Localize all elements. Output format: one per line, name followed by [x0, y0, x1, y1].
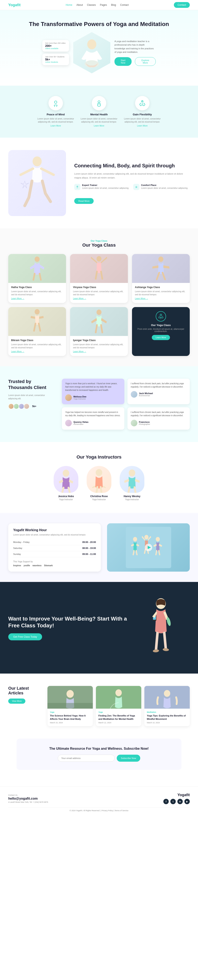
- newsletter-subscribe-button[interactable]: Subscribe Now: [117, 755, 140, 762]
- hero-card-videos: Get more than 200 video 200+ videos avai…: [42, 40, 69, 52]
- hours-row-saturday: Saturday 08:00 - 19:00: [13, 545, 96, 551]
- svg-point-9: [97, 256, 101, 261]
- explore-more-button[interactable]: Explore More: [135, 57, 156, 66]
- svg-point-30: [67, 690, 74, 698]
- testimonial-3: Yoga has helped me become more mindful a…: [62, 407, 124, 430]
- about-feature-trainer-text: Expert Trainer Lorem ipsum dolor sit ame…: [82, 184, 129, 194]
- about-feature-comfort: Comfort Place Lorem ipsum dolor sit amet…: [133, 184, 188, 194]
- nav-blog[interactable]: Blog: [111, 3, 116, 6]
- promo-desc: Proin enim ante, tincidunt vel ipsum at,…: [136, 328, 185, 332]
- svg-point-18: [133, 537, 137, 541]
- nav-contact[interactable]: Contact: [120, 3, 129, 6]
- hero-card-students: Join Over 5k+ Students 5k+ Active Studen…: [42, 54, 69, 65]
- hero-buttons: Start Now Explore More: [114, 57, 156, 66]
- nav-pages[interactable]: Pages: [100, 3, 107, 6]
- instructors-title: Our Yoga Instructors: [8, 454, 190, 460]
- bikram-title: Bikram Yoga Class: [11, 339, 63, 342]
- testimonial-2: I suffered from chronic back pain, but a…: [127, 379, 190, 404]
- about-image: [8, 150, 66, 216]
- iyengar-link[interactable]: Learn More →: [73, 350, 86, 353]
- newsletter-email-input[interactable]: [58, 755, 115, 762]
- newsletter-wrapper: The Ultimate Resource For Yoga and Welln…: [0, 738, 198, 786]
- testimonial-2-text: I suffered from chronic back pain, but a…: [131, 382, 187, 388]
- trainer-icon-svg: [76, 185, 79, 189]
- vinyasa-link[interactable]: Learn More →: [73, 298, 86, 300]
- blog-articles: Yoga The Science Behind Yoga: How It Aff…: [48, 686, 190, 726]
- svg-point-20: [156, 537, 160, 541]
- about-section: Connecting Mind, Body, and Spirit throug…: [0, 138, 198, 228]
- iyengar-body: Iyengar Yoga Class Lorem ipsum dolor sit…: [70, 336, 128, 356]
- testimonial-3-info: Queeny Helas Homemaker: [73, 421, 89, 425]
- hatha-person-svg: [25, 255, 49, 282]
- hero-person-svg: [75, 32, 108, 73]
- feature-peace-link[interactable]: Learn More: [50, 125, 61, 127]
- hours-saturday-time: 08:00 - 19:00: [82, 547, 96, 549]
- classes-grid-top: Hatha Yoga Class Lorem ipsum dolor sit a…: [8, 254, 190, 303]
- features-section: Peace of Mind Lorem ipsum dolor sit amet…: [0, 86, 198, 138]
- hatha-link[interactable]: Learn More →: [11, 298, 24, 300]
- ashtanga-desc: Lorem ipsum dolor sit amet, consectetur …: [135, 290, 187, 296]
- blog-left: Our Latest Articles View More: [8, 686, 41, 704]
- cta-content: Want to Improve Your Well-Being? Start W…: [8, 616, 132, 641]
- features-grid: Peace of Mind Lorem ipsum dolor sit amet…: [8, 96, 190, 127]
- hero-image: [73, 32, 110, 73]
- iyengar-person-svg: [87, 308, 111, 335]
- cta-section: Want to Improve Your Well-Being? Start W…: [0, 582, 198, 673]
- about-features: Expert Trainer Lorem ipsum dolor sit ame…: [74, 184, 190, 194]
- bikram-person-svg: [25, 308, 49, 335]
- hours-sunday-time: 09:00 - 11:00: [82, 553, 96, 555]
- classes-subtitle: Our Yoga Class: [91, 240, 108, 242]
- hero-hex-background: [73, 32, 110, 73]
- ashtanga-body: Ashtanga Yoga Class Lorem ipsum dolor si…: [132, 283, 190, 303]
- article-1-body: Yoga The Science Behind Yoga: How It Aff…: [48, 709, 93, 726]
- social-twitter[interactable]: t: [170, 799, 176, 804]
- logo[interactable]: Yogafit: [8, 3, 21, 7]
- testimonials-title: Trusted by Thousands Client: [8, 379, 54, 390]
- social-facebook[interactable]: f: [163, 799, 169, 804]
- class-promo: Our Yoga Class Proin enim ante, tincidun…: [132, 307, 190, 356]
- svg-point-6: [33, 156, 42, 166]
- comfort-place-icon: [133, 184, 139, 190]
- nav-contact-button[interactable]: Contact: [174, 2, 190, 8]
- nav-classes[interactable]: Classes: [87, 3, 96, 6]
- footer-email-label: Contact Us: [8, 794, 48, 796]
- social-instagram[interactable]: in: [177, 799, 183, 804]
- article-2-tag: Yoga: [98, 711, 139, 713]
- nav-home[interactable]: Home: [66, 3, 72, 6]
- bikram-image: [8, 307, 66, 336]
- promo-learn-button[interactable]: Learn More: [152, 335, 170, 340]
- client-avatar-2: [13, 403, 19, 409]
- ashtanga-link[interactable]: Learn More →: [135, 298, 148, 300]
- hours-title: Yogafit Working Hour: [13, 528, 96, 532]
- testimonial-4-text: I suffered from chronic back pain, but a…: [131, 410, 187, 417]
- bikram-link[interactable]: Learn More →: [11, 350, 24, 353]
- testimonial-1-text: Yoga is more than just a workout. I foun…: [65, 382, 121, 392]
- start-now-button[interactable]: Start Now: [114, 57, 131, 66]
- classes-header: Our Yoga Class Our Yoga Class: [8, 239, 190, 248]
- hanny-svg: [122, 468, 142, 493]
- about-read-more-button[interactable]: Read More: [74, 198, 93, 204]
- feature-flex-link[interactable]: Learn More: [137, 125, 147, 127]
- hero-card-students-sub: Active Students: [45, 61, 66, 63]
- nav-about[interactable]: About: [76, 3, 83, 6]
- jessica-image: [54, 466, 78, 493]
- article-3-svg: [144, 686, 190, 709]
- social-youtube[interactable]: ▶: [184, 799, 190, 804]
- svg-point-16: [129, 469, 135, 476]
- article-2-date: March 12, 2024: [98, 722, 139, 724]
- cta-button[interactable]: Get Free Class Today: [8, 633, 42, 640]
- partner-sitemark: Sitemark: [44, 565, 52, 567]
- nav-links: Home About Classes Pages Blog Contact: [66, 3, 128, 6]
- testimonial-3-avatar: [65, 420, 72, 426]
- bikram-desc: Lorem ipsum dolor sit amet, consectetur …: [11, 343, 63, 349]
- testimonial-1-info: Melissa Dee Yoga Instructor: [73, 395, 86, 400]
- footer-email[interactable]: hello@yogafit.com: [8, 797, 48, 800]
- feature-mental-link[interactable]: Learn More: [93, 125, 104, 127]
- testimonial-1-role: Yoga Instructor: [73, 398, 86, 400]
- christina-name: Christina Rose: [87, 495, 111, 498]
- hero-section: The Transformative Powers of Yoga and Me…: [0, 10, 198, 86]
- classes-section: Our Yoga Class Our Yoga Class Hatha Yoga…: [0, 228, 198, 366]
- svg-point-3: [98, 101, 100, 103]
- hero-stats: Get more than 200 video 200+ videos avai…: [42, 40, 69, 65]
- blog-view-more-button[interactable]: View More: [8, 698, 25, 704]
